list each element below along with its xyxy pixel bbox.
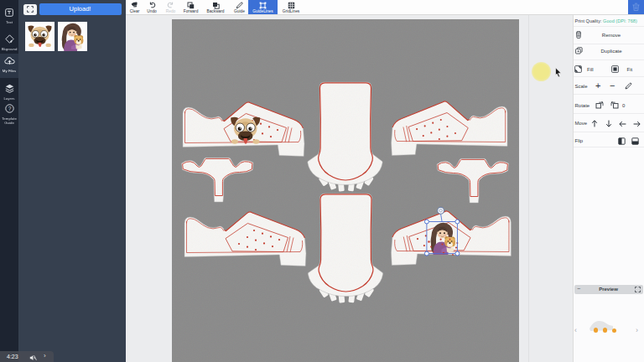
svg-text:?: ?: [8, 106, 11, 111]
